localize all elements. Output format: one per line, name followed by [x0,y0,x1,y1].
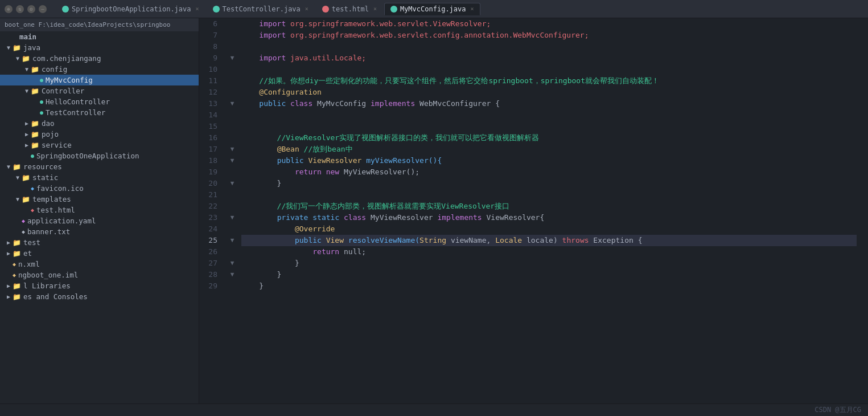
code-token: //我们写一个静态内部类，视图解析器就需要实现ViewResolver接口 [241,202,509,210]
tab-close-tab2[interactable]: × [305,6,308,12]
tab-tab1[interactable]: SpringbootOneApplication.java× [56,3,205,15]
code-token [241,225,295,233]
tree-item-label: service [42,141,72,149]
gutter-17[interactable]: ▼ [225,144,239,155]
tree-item-n.xml[interactable]: ◆n.xml [0,259,199,270]
tree-item-application.yaml[interactable]: ◆application.yaml [0,215,199,226]
tree-item-es_and_Consoles[interactable]: ▶📁es and Consoles [0,291,199,302]
code-line-24: @Override [241,223,857,235]
window-btn-2[interactable]: ⇅ [16,5,24,13]
line-number-19: 19 [205,166,220,178]
code-token [241,19,259,28]
tree-item-HelloController[interactable]: ●HelloController [0,96,199,107]
gutter-24 [225,223,239,235]
code-line-8 [241,41,857,52]
file-icon: 📁 [13,163,21,171]
code-line-26: return null; [241,246,857,258]
tree-item-static[interactable]: ▼📁static [0,172,199,183]
tree-item-label: static [32,173,58,182]
code-line-29: } [241,280,857,292]
code-line-9: import java.util.Locale; [241,52,857,64]
line-number-8: 8 [205,41,220,52]
code-token: } [241,259,299,267]
code-token: viewName, [446,236,495,244]
code-token [322,168,326,176]
tree-item-java[interactable]: ▼📁java [0,42,199,53]
code-token: locale) [522,236,562,244]
code-token: } [241,270,281,279]
tree-item-config[interactable]: ▼📁config [0,64,199,75]
tree-item-dao[interactable]: ▶📁dao [0,118,199,129]
file-icon: 📁 [31,120,39,128]
tree-item-templates[interactable]: ▼📁templates [0,194,199,205]
tab-tab4[interactable]: MyMvcConfig.java× [384,3,480,15]
tab-icon-tab1 [62,6,69,13]
tree-item-com.chenjiangang[interactable]: ▼📁com.chenjiangang [0,53,199,64]
tree-item-TestController[interactable]: ●TestController [0,107,199,118]
line-number-22: 22 [205,201,220,212]
gutter-28[interactable]: ▼ [225,269,239,280]
gutter-26 [225,246,239,258]
tree-item-label: l Libraries [23,282,71,290]
tree-item-resources[interactable]: ▼📁resources [0,161,199,172]
tab-close-tab1[interactable]: × [196,6,199,12]
tree-item-et[interactable]: ▶📁et [0,248,199,259]
code-line-14 [241,109,857,121]
code-token: resolveViewName( [344,236,419,244]
code-token: org.springframework.web.servlet.ViewReso… [286,19,491,28]
code-line-22: //我们写一个静态内部类，视图解析器就需要实现ViewResolver接口 [241,201,857,212]
line-number-23: 23 [205,212,220,223]
tab-tab3[interactable]: test.html× [316,3,383,15]
code-token [241,236,295,244]
tree-item-pojo[interactable]: ▶📁pojo [0,129,199,140]
window-btn-4[interactable]: — [39,5,47,13]
file-tree: boot_one F:\idea_code\IdeaProjects\sprin… [0,18,199,403]
gutter-23[interactable]: ▼ [225,212,239,223]
tab-icon-tab3 [322,6,329,13]
tab-close-tab3[interactable]: × [373,6,377,12]
tree-item-favicon.ico[interactable]: ◆favicon.ico [0,183,199,194]
tree-item-Controller[interactable]: ▼📁Controller [0,85,199,96]
tree-item-l_Libraries[interactable]: ▶📁l Libraries [0,280,199,291]
tree-arrow: ▼ [5,164,13,170]
tree-item-label: test.html [36,206,75,214]
tab-label-tab4: MyMvcConfig.java [400,5,466,13]
tab-close-tab4[interactable]: × [471,6,474,12]
code-token [286,99,290,108]
code-line-28: } [241,269,857,280]
watermark-label: CSDN @五月CG [814,405,861,415]
tree-item-label: templates [32,195,71,203]
gutter-11 [225,75,239,87]
editor-area[interactable]: 6789101112131415161718192021222324252627… [199,18,868,403]
tree-item-label: HelloController [46,97,110,106]
tree-item-label: test [23,238,40,247]
gutter-20[interactable]: ▼ [225,178,239,189]
gutter-13[interactable]: ▼ [225,98,239,109]
code-token: org.springframework.web.servlet.config.a… [286,31,589,39]
file-icon: 📁 [13,239,21,247]
tree-item-service[interactable]: ▶📁service [0,140,199,150]
tree-arrow: ▶ [23,131,31,137]
tree-item-test[interactable]: ▶📁test [0,237,199,248]
tree-arrow: ▶ [5,293,13,300]
tree-item-MyMvcConfig[interactable]: ●MyMvcConfig [0,75,199,85]
code-token: private [277,213,308,222]
tree-item-ngboot_one.iml[interactable]: ◆ngboot_one.iml [0,270,199,280]
code-token: WebMvcConfigurer { [415,99,500,108]
line-number-17: 17 [205,144,220,155]
gutter-18[interactable]: ▼ [225,155,239,166]
tab-tab2[interactable]: TestController.java× [207,3,315,15]
code-token: @Configuration [259,88,322,96]
gutter-27[interactable]: ▼ [225,258,239,269]
line-number-29: 29 [205,280,220,292]
window-btn-3[interactable]: ⚙ [27,5,35,13]
gutter-9[interactable]: ▼ [225,52,239,64]
tree-item-main[interactable]: main [0,31,199,42]
window-btn-1[interactable]: ⊕ [5,5,13,13]
tree-item-banner.txt[interactable]: ◆banner.txt [0,226,199,237]
tree-item-SpringbootOneApplication[interactable]: ●SpringbootOneApplication [0,150,199,161]
tree-item-test.html[interactable]: ◆test.html [0,205,199,215]
project-header: boot_one F:\idea_code\IdeaProjects\sprin… [0,18,199,31]
gutter-25[interactable]: ▼ [225,235,239,246]
tree-arrow: ▶ [5,239,13,246]
